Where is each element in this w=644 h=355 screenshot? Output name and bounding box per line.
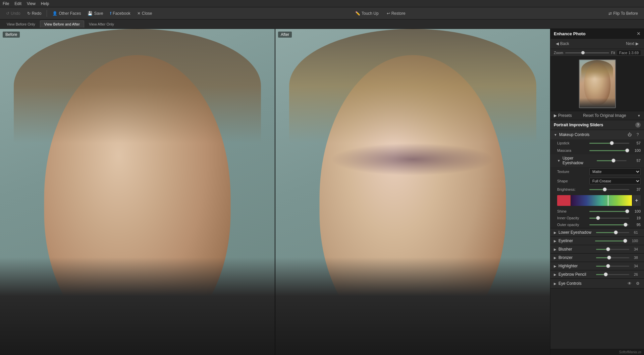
upper-eyeshadow-slider[interactable] xyxy=(597,160,627,161)
highlighter-slider[interactable] xyxy=(596,266,629,267)
shine-slider[interactable] xyxy=(589,211,629,212)
color-gradient[interactable] xyxy=(571,195,632,206)
zoom-slider[interactable] xyxy=(565,52,609,53)
next-button[interactable]: Next ▶ xyxy=(624,41,641,47)
presets-button[interactable]: ▶ Presets xyxy=(554,113,572,118)
inner-opacity-row: Inner Opacity 19 xyxy=(550,215,644,221)
eyebrow-pencil-label: Eyebrow Pencil xyxy=(558,272,591,277)
face-info: Face 1:3.69 xyxy=(617,50,641,55)
blusher-arrow-icon: ▶ xyxy=(554,248,556,251)
redo-button[interactable]: ↻ Redo xyxy=(24,10,44,17)
person-icon: 👤 xyxy=(52,11,57,16)
upper-eyeshadow-header[interactable]: ▼ Upper Eyeshadow 57 xyxy=(550,154,644,167)
inner-opacity-track xyxy=(589,216,629,220)
right-panel: Enhance Photo ✕ ◀ Back Next ▶ Zoom Fit F… xyxy=(550,29,644,355)
shape-label: Shape xyxy=(557,179,587,183)
eye-controls-header[interactable]: ▶ Eye Controls 👁 ⚙ xyxy=(550,279,644,288)
blusher-slider[interactable] xyxy=(596,249,629,250)
facebook-button[interactable]: f Facebook xyxy=(107,10,133,17)
lower-eyeshadow-label: Lower Eyeshadow xyxy=(558,230,591,235)
undo-icon: ↺ xyxy=(6,11,9,16)
shape-select[interactable]: Full Crease xyxy=(589,178,641,184)
lipstick-slider[interactable] xyxy=(589,143,629,144)
eyebrow-pencil-slider[interactable] xyxy=(596,274,629,275)
eyeliner-header[interactable]: ▶ Eyeliner 100 xyxy=(550,237,644,245)
help-button[interactable]: ? xyxy=(635,122,641,128)
reset-button[interactable]: Reset To Original Image xyxy=(575,113,635,118)
eyeliner-slider[interactable] xyxy=(595,240,627,241)
makeup-controls-section: ▼ Makeup Controls ⏻ ? Lipstick 57 xyxy=(550,130,644,228)
brightness-label: Brightness: xyxy=(557,187,587,191)
close-button[interactable]: ✕ Close xyxy=(135,10,155,17)
color-cursor xyxy=(608,195,608,206)
restore-button[interactable]: ↩ Restore xyxy=(384,10,408,17)
brightness-slider[interactable] xyxy=(589,189,629,190)
menu-help[interactable]: Help xyxy=(41,1,49,6)
after-photo xyxy=(275,29,550,355)
bronzer-value: 38 xyxy=(634,256,638,260)
makeup-power-icon[interactable]: ⏻ xyxy=(627,132,633,138)
highlighter-header[interactable]: ▶ Highlighter 34 xyxy=(550,262,644,270)
eye-controls-icon-1[interactable]: 👁 xyxy=(627,280,633,286)
menu-edit[interactable]: Edit xyxy=(14,1,21,6)
save-icon: 💾 xyxy=(88,11,93,16)
texture-select[interactable]: Matte xyxy=(589,168,641,175)
shine-label: Shine xyxy=(557,209,587,213)
controls-scroll[interactable]: ▶ Presets Reset To Original Image ▼ Port… xyxy=(550,111,644,349)
upper-eyeshadow-collapse-icon: ▼ xyxy=(557,159,560,163)
inner-opacity-slider[interactable] xyxy=(589,218,629,219)
eyebrow-pencil-header[interactable]: ▶ Eyebrow Pencil 26 xyxy=(550,270,644,278)
main-content: Before After Enhance Photo ✕ xyxy=(0,29,644,355)
other-faces-button[interactable]: 👤 Other Faces xyxy=(50,10,84,17)
menu-view[interactable]: View xyxy=(27,1,36,6)
blusher-track xyxy=(596,247,629,252)
enhance-close-button[interactable]: ✕ xyxy=(637,31,641,36)
close-icon: ✕ xyxy=(137,11,141,16)
fit-button[interactable]: Fit xyxy=(611,51,615,55)
makeup-help-icon[interactable]: ? xyxy=(635,132,641,138)
flip-to-before-button[interactable]: ⇄ Flip To Before xyxy=(606,10,641,17)
lipstick-value: 57 xyxy=(631,141,641,145)
shine-track xyxy=(589,209,629,214)
texture-row: Texture Matte xyxy=(550,167,644,176)
before-hair xyxy=(14,29,261,143)
tab-before-only[interactable]: View Before Only xyxy=(3,21,39,28)
after-shoulder xyxy=(275,257,550,355)
eye-controls-icon-2[interactable]: ⚙ xyxy=(635,280,641,286)
highlighter-label: Highlighter xyxy=(558,264,591,268)
mascara-label: Mascara xyxy=(557,148,587,152)
tab-before-and-after[interactable]: View Before and After xyxy=(40,20,84,28)
bronzer-slider[interactable] xyxy=(596,257,629,258)
toolbar-center: ✏️ Touch Up ↩ Restore xyxy=(156,10,605,17)
save-button[interactable]: 💾 Save xyxy=(85,10,106,17)
view-tabs: View Before Only View Before and After V… xyxy=(0,19,644,29)
mascara-slider[interactable] xyxy=(589,150,629,151)
eyebrow-pencil-section: ▶ Eyebrow Pencil 26 xyxy=(550,270,644,279)
undo-button[interactable]: ↺ Undo xyxy=(3,10,23,17)
eye-controls-icons: 👁 ⚙ xyxy=(627,280,641,286)
highlighter-arrow-icon: ▶ xyxy=(554,264,556,268)
eyebrow-pencil-value: 26 xyxy=(634,272,638,276)
photo-area: Before After xyxy=(0,29,550,355)
blusher-header[interactable]: ▶ Blusher 34 xyxy=(550,245,644,253)
lower-eyeshadow-header[interactable]: ▶ Lower Eyeshadow 61 xyxy=(550,228,644,236)
eye-controls-label: Eye Controls xyxy=(558,281,625,286)
menu-file[interactable]: File xyxy=(3,1,9,6)
shape-row: Shape Full Crease xyxy=(550,176,644,186)
lower-eyeshadow-slider[interactable] xyxy=(596,232,629,233)
outer-opacity-slider[interactable] xyxy=(589,224,629,225)
touch-up-button[interactable]: ✏️ Touch Up xyxy=(353,10,381,17)
portrait-sliders-title: Portrait Improving Sliders xyxy=(554,123,603,127)
makeup-controls-header[interactable]: ▼ Makeup Controls ⏻ ? xyxy=(550,130,644,139)
color-red-swatch[interactable] xyxy=(557,195,571,206)
touch-up-icon: ✏️ xyxy=(355,11,360,16)
tab-after-only[interactable]: View After Only xyxy=(85,21,118,28)
color-add-button[interactable]: + xyxy=(633,195,641,206)
reset-dropdown-icon[interactable]: ▼ xyxy=(637,114,641,118)
upper-eyeshadow-track xyxy=(597,158,627,163)
bronzer-header[interactable]: ▶ Bronzer 38 xyxy=(550,254,644,262)
back-button[interactable]: ◀ Back xyxy=(554,41,571,47)
after-panel: After xyxy=(275,29,550,355)
lower-eyeshadow-track xyxy=(596,230,629,235)
enhance-header: Enhance Photo ✕ xyxy=(550,29,644,39)
